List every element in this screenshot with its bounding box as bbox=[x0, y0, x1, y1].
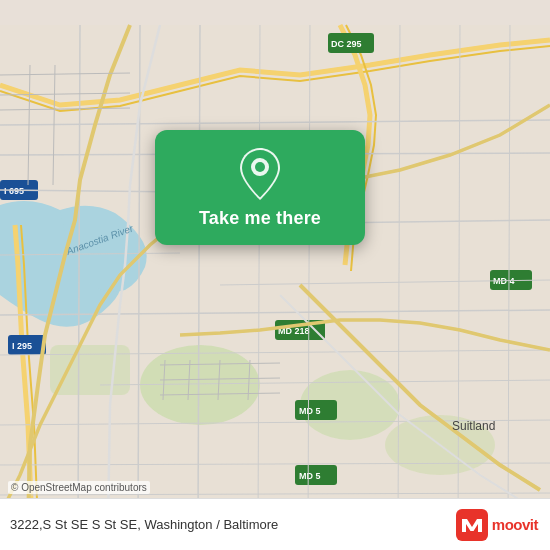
address-text: 3222,S St SE S St SE, Washington / Balti… bbox=[10, 517, 278, 532]
osm-credit-text: © OpenStreetMap contributors bbox=[11, 482, 147, 493]
location-card: Take me there bbox=[155, 130, 365, 245]
svg-point-22 bbox=[255, 162, 265, 172]
svg-text:Suitland: Suitland bbox=[452, 419, 495, 433]
osm-credit: © OpenStreetMap contributors bbox=[8, 481, 150, 494]
take-me-there-button[interactable]: Take me there bbox=[199, 208, 321, 229]
svg-text:DC 295: DC 295 bbox=[331, 39, 362, 49]
svg-text:I 295: I 295 bbox=[12, 341, 32, 351]
svg-point-1 bbox=[140, 345, 260, 425]
location-pin-icon bbox=[238, 146, 282, 202]
svg-rect-23 bbox=[456, 509, 488, 541]
map-container: I 695 I 295 MD 4 MD 218 MD 5 MD 5 DC 295 bbox=[0, 0, 550, 550]
moovit-label: moovit bbox=[492, 516, 538, 533]
svg-rect-4 bbox=[50, 345, 130, 395]
map-background: I 695 I 295 MD 4 MD 218 MD 5 MD 5 DC 295 bbox=[0, 0, 550, 550]
svg-text:I 695: I 695 bbox=[4, 186, 24, 196]
moovit-logo: moovit bbox=[456, 509, 538, 541]
bottom-bar: 3222,S St SE S St SE, Washington / Balti… bbox=[0, 498, 550, 550]
moovit-logo-icon bbox=[456, 509, 488, 541]
pin-icon-wrap bbox=[234, 148, 286, 200]
svg-text:MD 5: MD 5 bbox=[299, 406, 321, 416]
svg-text:MD 5: MD 5 bbox=[299, 471, 321, 481]
